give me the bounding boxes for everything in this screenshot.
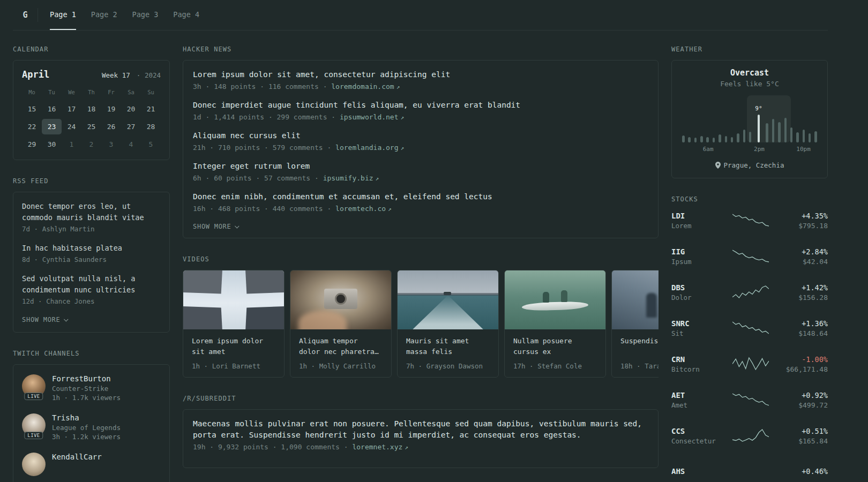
weather-hour-bar[interactable]: [784, 115, 787, 142]
weather-hour-bar[interactable]: [743, 127, 746, 142]
video-title[interactable]: Lorem ipsum dolor sit amet consectetu…: [192, 336, 275, 357]
calendar-day[interactable]: 1: [62, 137, 81, 152]
calendar-day[interactable]: 3: [101, 137, 121, 152]
weather-hour-bar[interactable]: [772, 116, 775, 142]
weather-hour-bar[interactable]: [796, 130, 799, 142]
stock-row[interactable]: AET Amet +0.92% $499.72: [671, 389, 828, 411]
video-title[interactable]: Nullam posuere cursus ex: [513, 336, 597, 357]
stock-row[interactable]: CCS Consectetur +0.51% $165.84: [671, 425, 828, 447]
weather-hour-bar[interactable]: [688, 134, 691, 142]
external-link-icon: ↗: [388, 206, 392, 213]
hackernews-item-title-link[interactable]: Donec enim nibh, condimentum et accumsan…: [193, 191, 648, 202]
calendar-weekday-label: Mo: [22, 87, 42, 97]
rss-item-title-link[interactable]: In hac habitasse platea: [22, 243, 161, 254]
video-title[interactable]: Suspendis diam: [620, 336, 659, 357]
stocks-widget: STOCKS LDI Lorem +4.35% $795.18: [671, 195, 828, 482]
weather-hour-bar[interactable]: [731, 134, 734, 142]
weather-location-row[interactable]: Prague, Czechia: [680, 161, 819, 169]
stock-row[interactable]: CRN Bitcorn -1.00% $66,171.48: [671, 353, 828, 375]
hackernews-item-domain-link[interactable]: loremdomain.com: [331, 82, 394, 91]
video-card[interactable]: Mauris sit amet massa felis 7h · Grayson…: [397, 270, 499, 378]
twitch-channel[interactable]: KendallCarr: [22, 453, 161, 476]
calendar-day[interactable]: 16: [42, 101, 62, 117]
hackernews-item-domain-link[interactable]: loremlandia.org: [335, 144, 398, 152]
weather-hour-bar[interactable]: [778, 119, 781, 142]
calendar-day[interactable]: 25: [81, 119, 101, 134]
weather-hour-bar[interactable]: [749, 129, 752, 142]
stock-symbol: AHS: [671, 467, 725, 476]
rss-item-title-link[interactable]: Donec tempor eros leo, ut commodo mauris…: [22, 201, 161, 223]
calendar-day[interactable]: 19: [101, 101, 121, 117]
stock-price: $66,171.48: [776, 365, 828, 373]
weather-hour-bar[interactable]: [713, 135, 715, 142]
weather-hour-bar[interactable]: [682, 133, 685, 142]
weather-hour-bar[interactable]: [766, 120, 768, 142]
page-tab[interactable]: Page 3: [132, 0, 159, 30]
rss-show-more-button[interactable]: SHOW MORE: [22, 316, 68, 323]
calendar-day[interactable]: 5: [141, 137, 161, 152]
hackernews-item-title-link[interactable]: Donec imperdiet augue tincidunt felis al…: [193, 100, 648, 111]
calendar-day[interactable]: 18: [81, 101, 101, 117]
calendar-year: · 2024: [137, 71, 161, 79]
calendar-day[interactable]: 30: [42, 137, 62, 152]
channel-name[interactable]: ForrestBurton: [52, 374, 121, 383]
stock-row[interactable]: IIG Ipsum +2.84% $42.04: [671, 246, 828, 267]
calendar-day[interactable]: 27: [121, 119, 141, 134]
video-card[interactable]: Lorem ipsum dolor sit amet consectetu… 1…: [183, 270, 285, 378]
stock-price: $499.72: [776, 401, 828, 409]
weather-hour-bar[interactable]: [809, 131, 811, 142]
hackernews-item-domain-link[interactable]: loremtech.co: [335, 205, 386, 213]
weather-hour-bar[interactable]: [694, 135, 697, 142]
stock-name: Lorem: [671, 222, 725, 230]
weather-hour-bar[interactable]: [719, 132, 721, 142]
calendar-day[interactable]: 15: [22, 101, 42, 117]
weather-hour-bar[interactable]: 9°: [755, 105, 762, 142]
weather-hour-bar[interactable]: [700, 133, 703, 142]
weather-hour-bar[interactable]: [706, 134, 709, 142]
video-meta: 1h · Molly Carrillo: [299, 362, 383, 370]
calendar-day[interactable]: 29: [22, 137, 42, 152]
video-card[interactable]: Suspendis diam 18h · Tara: [611, 270, 659, 378]
calendar-day[interactable]: 2: [81, 137, 101, 152]
weather-hour-bar[interactable]: [814, 129, 817, 142]
stock-row[interactable]: SNRC Sit +1.36% $148.64: [671, 318, 828, 339]
weather-hour-bar[interactable]: [725, 133, 728, 142]
page-tab[interactable]: Page 4: [173, 0, 199, 30]
stock-row[interactable]: AHS +0.46%: [671, 461, 828, 482]
weather-hour-bar[interactable]: [803, 127, 805, 142]
twitch-channel[interactable]: LIVE ForrestBurton Counter-Strike 1h · 1…: [22, 374, 161, 402]
video-card[interactable]: Aliquam tempor dolor nec pharetra… 1h · …: [290, 270, 392, 378]
calendar-day[interactable]: 4: [121, 137, 141, 152]
hackernews-item-title-link[interactable]: Lorem ipsum dolor sit amet, consectetur …: [193, 69, 648, 80]
calendar-day[interactable]: 20: [121, 101, 141, 117]
calendar-day[interactable]: 23: [42, 119, 62, 134]
channel-name[interactable]: Trisha: [52, 413, 121, 422]
video-card[interactable]: Nullam posuere cursus ex 17h · Stefan Co…: [504, 270, 606, 378]
weather-hour-bar[interactable]: [737, 131, 739, 142]
subreddit-post-title-link[interactable]: Maecenas mollis pulvinar erat non posuer…: [193, 418, 648, 441]
page-tab[interactable]: Page 1: [50, 0, 76, 30]
calendar-day[interactable]: 22: [22, 119, 42, 134]
calendar-day[interactable]: 28: [141, 119, 161, 134]
hackernews-item-title-link[interactable]: Aliquam nec cursus elit: [193, 130, 648, 141]
page-tab[interactable]: Page 2: [91, 0, 117, 30]
video-title[interactable]: Mauris sit amet massa felis: [406, 336, 490, 357]
rss-item-title-link[interactable]: Sed volutpat nulla nisl, a condimentum n…: [22, 273, 161, 296]
channel-name[interactable]: KendallCarr: [52, 453, 102, 461]
twitch-channel[interactable]: LIVE Trisha League of Legends 3h · 1.2k …: [22, 413, 161, 441]
weather-hour-bar[interactable]: [790, 125, 793, 142]
calendar-day[interactable]: 21: [141, 101, 161, 117]
calendar-day[interactable]: 24: [62, 119, 81, 134]
hackernews-item-domain-link[interactable]: ipsumworld.net: [340, 113, 399, 121]
stock-row[interactable]: DBS Dolor +1.42% $156.28: [671, 282, 828, 303]
subreddit-post-meta: 19h · 9,932 points · 1,090 comments · lo…: [193, 443, 648, 451]
video-title[interactable]: Aliquam tempor dolor nec pharetra…: [299, 336, 383, 357]
app-logo[interactable]: G: [13, 0, 38, 30]
calendar-day[interactable]: 26: [101, 119, 121, 134]
calendar-day[interactable]: 17: [62, 101, 81, 117]
hackernews-item-title-link[interactable]: Integer eget rutrum lorem: [193, 161, 648, 172]
hackernews-show-more-button[interactable]: SHOW MORE: [193, 223, 239, 230]
subreddit-post-domain-link[interactable]: loremnet.xyz: [352, 443, 402, 451]
stock-row[interactable]: LDI Lorem +4.35% $795.18: [671, 210, 828, 231]
hackernews-item-domain-link[interactable]: ipsumify.biz: [323, 174, 373, 182]
